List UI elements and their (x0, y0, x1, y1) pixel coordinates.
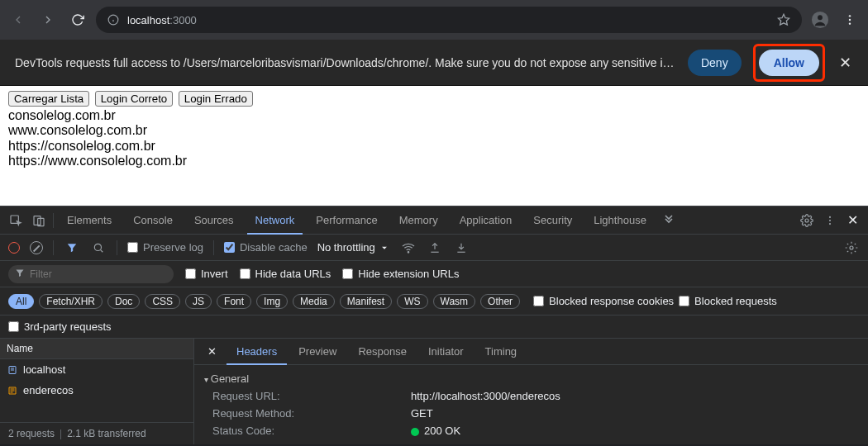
url-list: consolelog.com.br www.consolelog.com.br … (8, 108, 860, 169)
request-name: localhost (23, 363, 65, 376)
kv-remote-address: Remote Address:[::1]:3000 (204, 439, 858, 444)
svg-point-5 (818, 15, 823, 20)
export-har-icon[interactable] (453, 240, 470, 256)
request-detail-pane: ✕ Headers Preview Response Initiator Tim… (194, 339, 868, 444)
carregar-lista-button[interactable]: Carregar Lista (8, 91, 89, 107)
url-list-item: https://consolelog.com.br (8, 139, 860, 154)
detail-tab-timing[interactable]: Timing (475, 339, 527, 365)
devtools-tabstrip: Elements Console Sources Network Perform… (0, 206, 868, 235)
login-errado-button[interactable]: Login Errado (179, 91, 253, 107)
record-button[interactable] (8, 242, 20, 254)
chip-doc[interactable]: Doc (107, 294, 140, 309)
request-name: enderecos (23, 384, 74, 396)
third-party-checkbox[interactable]: 3rd-party requests (8, 320, 112, 333)
tab-console[interactable]: Console (125, 206, 181, 235)
chevron-down-icon (379, 242, 390, 254)
kv-request-url: Request URL:http://localhost:3000/endere… (204, 387, 858, 405)
chip-fetch-xhr[interactable]: Fetch/XHR (39, 294, 103, 309)
settings-gear-icon[interactable] (798, 211, 816, 230)
svg-point-13 (829, 216, 831, 217)
page-content: Carregar Lista Login Correto Login Errad… (0, 86, 868, 206)
detail-tab-response[interactable]: Response (348, 339, 417, 365)
bookmark-star-icon[interactable] (777, 13, 790, 26)
login-correto-button[interactable]: Login Correto (95, 91, 174, 107)
tab-memory[interactable]: Memory (391, 206, 446, 235)
request-row-localhost[interactable]: localhost (0, 359, 193, 380)
profile-avatar[interactable] (808, 8, 832, 31)
hide-extension-urls-checkbox[interactable]: Hide extension URLs (342, 268, 459, 280)
network-3rd-party-row: 3rd-party requests (0, 316, 868, 339)
allow-highlight: Allow (753, 44, 825, 82)
url-list-item: https://www.consolelog.com.br (8, 154, 860, 168)
blocked-cookies-checkbox[interactable]: Blocked response cookies (533, 295, 674, 307)
chip-font[interactable]: Font (217, 294, 251, 309)
svg-point-8 (849, 22, 851, 24)
device-toggle-icon[interactable] (30, 211, 48, 230)
reload-button[interactable] (66, 8, 89, 31)
general-section-header[interactable]: General (204, 370, 858, 387)
hide-data-urls-checkbox[interactable]: Hide data URLs (240, 268, 331, 280)
clear-button[interactable] (30, 241, 43, 254)
disable-cache-checkbox[interactable]: Disable cache (224, 241, 308, 254)
allow-button[interactable]: Allow (759, 50, 819, 76)
svg-rect-10 (34, 216, 41, 225)
import-har-icon[interactable] (427, 240, 443, 256)
svg-point-18 (408, 251, 408, 252)
svg-point-12 (805, 219, 808, 222)
request-row-enderecos[interactable]: enderecos (0, 380, 193, 401)
detail-close-icon[interactable]: ✕ (199, 345, 225, 358)
detail-tab-initiator[interactable]: Initiator (418, 339, 474, 365)
chip-manifest[interactable]: Manifest (340, 294, 392, 309)
chip-other[interactable]: Other (480, 294, 520, 309)
address-bar[interactable]: localhost:3000 (96, 7, 802, 33)
tab-lighthouse[interactable]: Lighthouse (585, 206, 655, 235)
kv-status-code: Status Code:200 OK (204, 422, 858, 439)
filter-icon (15, 268, 25, 280)
svg-point-6 (849, 15, 851, 17)
network-settings-icon[interactable] (843, 240, 860, 256)
detail-tab-preview[interactable]: Preview (289, 339, 346, 365)
back-button[interactable] (7, 8, 30, 31)
svg-point-14 (829, 219, 831, 221)
devtools-kebab-icon[interactable] (821, 211, 839, 230)
devtools-close-icon[interactable]: ✕ (844, 212, 861, 228)
chip-media[interactable]: Media (293, 294, 335, 309)
blocked-requests-checkbox[interactable]: Blocked requests (679, 295, 777, 307)
infobar-close-icon[interactable]: ✕ (837, 54, 853, 72)
svg-marker-3 (778, 14, 789, 25)
more-tabs-icon[interactable] (660, 211, 678, 230)
throttling-dropdown[interactable]: No throttling (317, 241, 390, 254)
info-icon (107, 14, 119, 26)
request-list: Name localhost enderecos 2 requests|2.1 … (0, 339, 194, 444)
chip-js[interactable]: JS (185, 294, 212, 309)
tab-network[interactable]: Network (247, 206, 303, 235)
tab-elements[interactable]: Elements (59, 206, 120, 235)
status-dot-icon (411, 428, 419, 436)
chip-css[interactable]: CSS (145, 294, 180, 309)
inspect-icon[interactable] (7, 211, 25, 230)
chip-img[interactable]: Img (256, 294, 288, 309)
filter-toggle-icon[interactable] (64, 240, 80, 256)
preserve-log-checkbox[interactable]: Preserve log (127, 241, 203, 254)
invert-checkbox[interactable]: Invert (185, 268, 228, 280)
svg-point-19 (850, 246, 853, 249)
detail-tab-headers[interactable]: Headers (227, 339, 287, 365)
tab-performance[interactable]: Performance (308, 206, 385, 235)
tab-sources[interactable]: Sources (186, 206, 242, 235)
search-icon[interactable] (90, 240, 107, 256)
devtools-access-infobar: DevTools requests full access to /Users/… (0, 40, 868, 86)
chip-wasm[interactable]: Wasm (433, 294, 476, 309)
browser-toolbar: localhost:3000 (0, 0, 868, 40)
chrome-menu-button[interactable] (838, 8, 861, 31)
network-conditions-icon[interactable] (400, 240, 417, 256)
filter-input[interactable] (8, 265, 174, 283)
tab-security[interactable]: Security (525, 206, 580, 235)
forward-button[interactable] (36, 8, 60, 31)
deny-button[interactable]: Deny (688, 50, 742, 76)
chip-all[interactable]: All (8, 294, 34, 309)
chip-ws[interactable]: WS (397, 294, 427, 309)
request-list-header[interactable]: Name (0, 339, 193, 359)
tab-application[interactable]: Application (451, 206, 521, 235)
xhr-icon (7, 385, 18, 396)
document-icon (7, 364, 18, 376)
